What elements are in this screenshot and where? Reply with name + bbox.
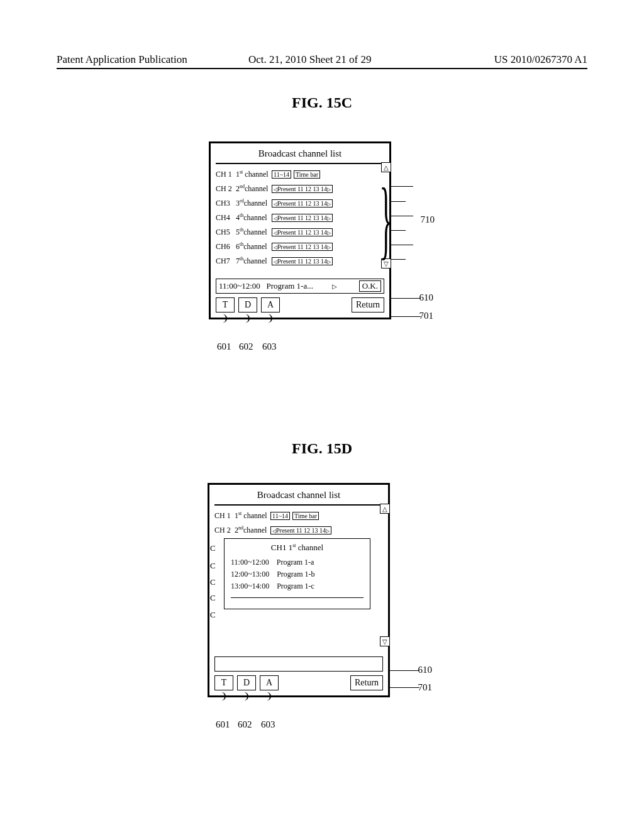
program-info-bar: 11:00~12:00 Program 1-a... ▷ O.K. bbox=[216, 279, 384, 294]
ref-603: 603 bbox=[261, 719, 275, 730]
right-triangle-icon[interactable]: ▷ bbox=[327, 245, 331, 250]
channel-row-3[interactable]: CH3 3rdchannel ◁Present 11 12 13 14▷ bbox=[216, 197, 384, 209]
channel-row-5[interactable]: CH5 5thchannel ◁Present 11 12 13 14▷ bbox=[216, 226, 384, 238]
channel-row-1[interactable]: CH 1 1st channel 11~14 Time bar bbox=[214, 509, 383, 522]
ref-602: 602 bbox=[238, 719, 252, 730]
time-bar-cell[interactable]: Time bar bbox=[294, 170, 320, 179]
list-title: Broadcast channel list bbox=[214, 490, 383, 506]
time-strip[interactable]: ◁Present 11 12 13 14▷ bbox=[270, 526, 331, 534]
ok-button[interactable]: O.K. bbox=[359, 280, 381, 292]
popup-title: CH1 1st channel bbox=[231, 543, 364, 553]
c-label: C bbox=[210, 593, 216, 603]
device-screen-15c: Broadcast channel list △ CH 1 1st channe… bbox=[209, 141, 391, 319]
info-program: Program 1-a... bbox=[267, 281, 313, 291]
lead-line bbox=[391, 298, 421, 299]
program-detail-popup: CH1 1st channel 11:00~12:00 Program 1-a … bbox=[224, 538, 370, 609]
time-bar-cell[interactable]: Time bar bbox=[292, 512, 319, 520]
ref-601: 601 bbox=[217, 341, 231, 352]
ref-701: 701 bbox=[418, 682, 433, 693]
channel-row-6[interactable]: CH6 6thchannel ◁Present 11 12 13 14▷ bbox=[216, 240, 384, 253]
lead-line bbox=[389, 687, 419, 688]
brace-lead bbox=[391, 216, 413, 216]
lead-line bbox=[391, 316, 421, 317]
brace-icon: } bbox=[379, 175, 392, 263]
channel-row-2[interactable]: CH 2 2ndchannel ◁Present 11 12 13 14▷ bbox=[216, 182, 384, 195]
t-button[interactable]: T) bbox=[216, 297, 235, 313]
right-triangle-icon[interactable]: ▷ bbox=[327, 201, 331, 207]
brace-lead bbox=[391, 186, 413, 187]
header-center: Oct. 21, 2010 Sheet 21 of 29 bbox=[248, 53, 371, 66]
brace-lead bbox=[391, 245, 413, 245]
a-button[interactable]: A) bbox=[261, 297, 280, 313]
c-label: C bbox=[210, 610, 216, 620]
brace-lead bbox=[391, 230, 406, 231]
ref-610: 610 bbox=[419, 292, 434, 303]
time-strip[interactable]: ◁Present 11 12 13 14▷ bbox=[272, 199, 333, 208]
a-button[interactable]: A) bbox=[260, 675, 279, 690]
info-time: 11:00~12:00 bbox=[219, 281, 260, 291]
time-strip[interactable]: ◁Present 11 12 13 14▷ bbox=[272, 257, 333, 265]
c-label: C bbox=[210, 561, 216, 571]
right-triangle-icon[interactable]: ▷ bbox=[327, 216, 331, 221]
ref-610: 610 bbox=[418, 665, 433, 675]
d-button[interactable]: D) bbox=[237, 675, 256, 690]
header-left: Patent Application Publication bbox=[57, 53, 187, 66]
channel-row-2[interactable]: CH 2 2ndchannel ◁Present 11 12 13 14▷ bbox=[214, 524, 383, 536]
return-button[interactable]: Return bbox=[350, 675, 383, 690]
channel-row-1[interactable]: CH 1 1st channel 11~14 Time bar bbox=[216, 168, 384, 180]
ref-701: 701 bbox=[419, 311, 434, 321]
header-right: US 2010/0267370 A1 bbox=[494, 53, 587, 66]
ref-602: 602 bbox=[239, 341, 253, 352]
figure-label-15c: FIG. 15C bbox=[0, 94, 644, 111]
time-strip[interactable]: ◁Present 11 12 13 14▷ bbox=[272, 185, 333, 193]
time-range-cell[interactable]: 11~14 bbox=[272, 170, 291, 179]
popup-program-row[interactable]: 13:00~14:00 Program 1-c bbox=[231, 582, 364, 591]
popup-program-row[interactable]: 12:00~13:00 Program 1-b bbox=[231, 570, 364, 579]
c-label: C bbox=[210, 577, 216, 587]
figure-label-15d: FIG. 15D bbox=[0, 440, 644, 457]
play-triangle-icon[interactable]: ▷ bbox=[332, 283, 337, 290]
lead-line bbox=[389, 670, 419, 671]
brace-lead bbox=[391, 201, 406, 202]
d-button[interactable]: D) bbox=[238, 297, 257, 313]
ref-601: 601 bbox=[216, 719, 230, 730]
ref-710: 710 bbox=[421, 214, 435, 225]
program-info-bar-empty bbox=[214, 656, 383, 672]
device-screen-15d: Broadcast channel list △ CH 1 1st channe… bbox=[208, 483, 390, 697]
right-triangle-icon[interactable]: ▷ bbox=[327, 230, 331, 236]
popup-program-row[interactable]: 11:00~12:00 Program 1-a bbox=[231, 558, 364, 567]
brace-lead bbox=[391, 259, 406, 260]
t-button[interactable]: T) bbox=[214, 675, 233, 690]
channel-row-4[interactable]: CH4 4thchannel ◁Present 11 12 13 14▷ bbox=[216, 211, 384, 224]
return-button[interactable]: Return bbox=[352, 297, 384, 313]
button-row: T) D) A) Return bbox=[214, 675, 383, 690]
channel-row-7[interactable]: CH7 7thchannel ◁Present 11 12 13 14▷ bbox=[216, 255, 384, 267]
time-strip[interactable]: ◁Present 11 12 13 14▷ bbox=[272, 228, 333, 236]
right-triangle-icon[interactable]: ▷ bbox=[327, 259, 331, 265]
button-row: T) D) A) Return bbox=[216, 297, 384, 313]
header-rule bbox=[57, 68, 587, 69]
time-strip[interactable]: ◁Present 11 12 13 14▷ bbox=[272, 214, 333, 222]
list-title: Broadcast channel list bbox=[216, 148, 384, 164]
popup-scroll-track[interactable] bbox=[231, 597, 364, 605]
time-strip[interactable]: ◁Present 11 12 13 14▷ bbox=[272, 243, 333, 251]
c-label: C bbox=[210, 543, 216, 553]
right-triangle-icon[interactable]: ▷ bbox=[326, 528, 330, 534]
time-range-cell[interactable]: 11~14 bbox=[270, 512, 290, 520]
scroll-down-icon[interactable]: ▽ bbox=[380, 636, 390, 646]
ref-603: 603 bbox=[262, 341, 277, 352]
right-triangle-icon[interactable]: ▷ bbox=[327, 187, 331, 192]
